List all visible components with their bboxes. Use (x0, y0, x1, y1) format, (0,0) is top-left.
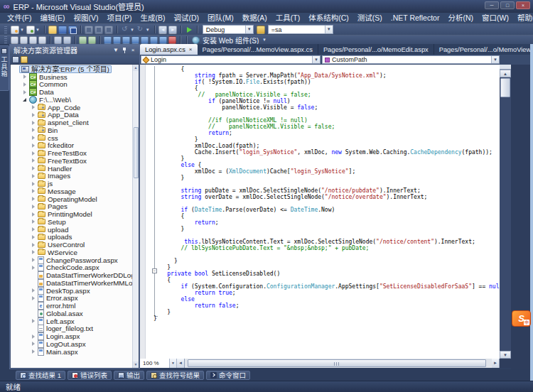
tree-item[interactable]: FreeTestBox (11, 149, 132, 157)
chevron-down-icon[interactable]: ▼ (312, 56, 320, 63)
indent-increase-icon[interactable] (63, 36, 71, 44)
scrollbar-thumb[interactable] (134, 127, 139, 178)
tree-item[interactable]: Common (11, 81, 132, 89)
tree-collapsed-icon[interactable] (30, 219, 36, 224)
scroll-left-icon[interactable]: ◄ (177, 359, 185, 368)
close-icon[interactable]: × (189, 47, 193, 53)
solution-platform-icon[interactable] (257, 26, 265, 34)
menu-item[interactable]: 数据(A) (238, 13, 271, 23)
tree-item[interactable]: Main.aspx (11, 348, 132, 356)
chevron-down-icon[interactable]: ▼ (146, 28, 150, 32)
paste-icon[interactable] (104, 26, 113, 34)
tree-item[interactable]: upload (11, 226, 132, 234)
tree-item[interactable]: OperatingModel (11, 195, 132, 203)
find-combo[interactable]: =sa ▼ (268, 25, 333, 34)
show-all-files-icon[interactable] (21, 56, 28, 63)
tree-expanded-icon[interactable] (21, 98, 28, 102)
tree-item[interactable]: 解决方案'ERP' (5 个项目) (11, 65, 132, 73)
debug-configuration-combo[interactable]: Debug ▼ (203, 25, 254, 34)
tree-collapsed-icon[interactable] (30, 266, 36, 270)
comment-icon[interactable] (79, 36, 87, 44)
scrollbar-thumb[interactable] (500, 78, 510, 97)
tree-item[interactable]: DataStatTimerWorkerDDLog.xml (11, 271, 132, 279)
tree-item[interactable]: LogOut.aspx (11, 340, 132, 348)
navigate-back-icon[interactable] (158, 26, 167, 34)
web-1-icon[interactable] (104, 36, 112, 44)
editor-horizontal-scrollbar[interactable] (185, 359, 492, 368)
tree-item[interactable]: WService (11, 249, 132, 256)
menu-item[interactable]: 团队(M) (203, 13, 238, 23)
scrollbar-thumb[interactable] (188, 359, 486, 367)
tree-item[interactable]: DataStatTimerWorkerMMLog.xml (11, 279, 132, 287)
menu-item[interactable]: 帮助(H) (513, 13, 533, 23)
minimize-button[interactable]: ─ (485, 1, 499, 9)
sogou-ime-indicator[interactable]: S 中 (512, 310, 531, 327)
menu-item[interactable]: 窗口(W) (478, 13, 513, 23)
add-item-icon[interactable] (26, 26, 35, 34)
tree-collapsed-icon[interactable] (30, 296, 36, 300)
layout-2-icon[interactable] (20, 36, 28, 44)
layout-3-icon[interactable] (29, 36, 37, 44)
stop-red-icon[interactable] (168, 36, 176, 44)
menu-item[interactable]: 文件(F) (3, 13, 36, 23)
tree-collapsed-icon[interactable] (30, 136, 36, 140)
uncomment-icon[interactable] (88, 36, 96, 44)
tree-collapsed-icon[interactable] (30, 128, 36, 132)
tree-collapsed-icon[interactable] (30, 349, 36, 354)
maximize-button[interactable]: □ (500, 1, 515, 9)
properties-icon[interactable] (12, 56, 19, 63)
title-bar[interactable]: ∞ ERP - Microsoft Visual Studio(管理员) ─□× (0, 0, 533, 13)
tree-collapsed-icon[interactable] (30, 342, 36, 346)
tree-item[interactable]: Images (11, 173, 132, 180)
web-3-icon[interactable] (122, 36, 130, 44)
tree-collapsed-icon[interactable] (30, 288, 36, 293)
menu-item[interactable]: 项目(P) (102, 13, 136, 23)
types-combo[interactable]: Login ▼ (141, 55, 321, 64)
tree-item[interactable]: UserControl (11, 241, 132, 249)
tree-item[interactable]: App_Data (11, 111, 132, 119)
toolbar-grip[interactable] (4, 26, 7, 33)
chevron-down-icon[interactable]: ▼ (491, 56, 499, 63)
layout-4-icon[interactable] (38, 36, 46, 44)
toolbar-overflow-icon[interactable]: ▾ (263, 37, 266, 43)
tree-collapsed-icon[interactable] (30, 166, 36, 170)
panel-tab-find-symbol[interactable]: 查找符号结果 (146, 371, 204, 380)
layout-1-icon[interactable] (11, 36, 18, 44)
tree-collapsed-icon[interactable] (21, 90, 28, 94)
solution-explorer-titlebar[interactable]: 解决方案资源管理器 ▼ × (10, 45, 139, 55)
tree-item[interactable]: F:\...\Web\ (11, 96, 132, 104)
panel-tab-error-list[interactable]: 错误列表 (68, 371, 112, 380)
web-4-icon[interactable] (131, 36, 139, 44)
undo-icon[interactable] (121, 26, 129, 34)
scroll-right-icon[interactable]: ► (492, 359, 500, 368)
tree-item[interactable]: FreeTextBox (11, 157, 132, 165)
scroll-up-icon[interactable]: ▲ (133, 65, 139, 71)
tree-item[interactable]: Data (11, 88, 132, 96)
tree-collapsed-icon[interactable] (30, 205, 36, 209)
tree-collapsed-icon[interactable] (30, 250, 36, 254)
chevron-down-icon[interactable]: ▼ (36, 28, 40, 32)
tree-collapsed-icon[interactable] (30, 143, 36, 148)
tree-collapsed-icon[interactable] (30, 319, 36, 323)
tree-item[interactable]: fckeditor (11, 142, 132, 150)
tree-collapsed-icon[interactable] (30, 182, 36, 186)
web-7-icon[interactable] (159, 36, 167, 44)
menu-item[interactable]: 视图(V) (69, 13, 102, 23)
document-tab[interactable]: Login.aspx.cs× (140, 44, 198, 55)
panel-tab-find-results[interactable]: 查找结果 1 (16, 371, 65, 380)
chevron-down-icon[interactable]: ▼ (130, 28, 134, 32)
tree-collapsed-icon[interactable] (30, 212, 36, 217)
scroll-down-icon[interactable]: ▼ (133, 361, 139, 368)
tree-collapsed-icon[interactable] (30, 121, 36, 125)
tree-collapsed-icon[interactable] (21, 75, 28, 79)
copy-icon[interactable] (95, 26, 103, 34)
chevron-down-icon[interactable]: ▼ (20, 28, 24, 32)
save-all-icon[interactable] (68, 26, 77, 34)
chevron-down-icon[interactable]: ▼ (169, 359, 176, 368)
cut-icon[interactable] (85, 26, 93, 34)
web-5-icon[interactable] (141, 36, 149, 44)
tree-collapsed-icon[interactable] (30, 113, 36, 117)
tree-item[interactable]: js (11, 180, 132, 187)
split-window-handle[interactable] (500, 65, 511, 70)
start-debug-icon[interactable] (185, 26, 193, 34)
